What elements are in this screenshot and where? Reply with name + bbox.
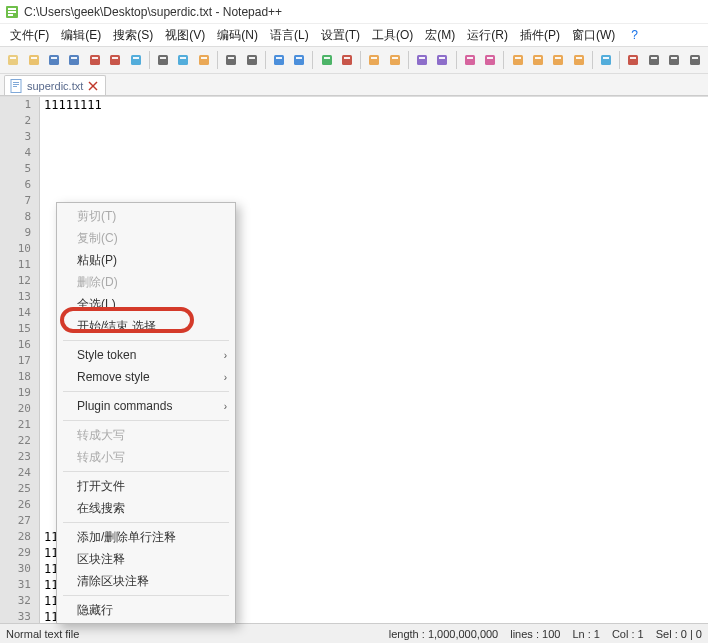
redo-icon[interactable] — [242, 50, 260, 70]
copy-icon[interactable] — [174, 50, 192, 70]
svg-rect-38 — [390, 55, 400, 65]
svg-rect-42 — [437, 55, 447, 65]
context-menu-item[interactable]: Plugin commands› — [57, 395, 235, 417]
record-icon[interactable] — [624, 50, 642, 70]
status-lines: lines : 100 — [510, 628, 560, 640]
line-number: 17 — [0, 353, 39, 369]
editor-line — [40, 161, 708, 177]
chevron-right-icon: › — [224, 350, 227, 361]
doc-map-icon[interactable] — [529, 50, 547, 70]
menu-item[interactable]: 编码(N) — [211, 25, 264, 46]
menu-item[interactable]: 语言(L) — [264, 25, 315, 46]
svg-rect-5 — [10, 57, 16, 59]
svg-rect-21 — [180, 57, 186, 59]
context-menu-item: 复制(C) — [57, 227, 235, 249]
context-menu-item-label: 区块注释 — [77, 551, 125, 568]
tab-close-icon[interactable] — [87, 80, 99, 92]
menu-item[interactable]: 宏(M) — [419, 25, 461, 46]
line-number: 16 — [0, 337, 39, 353]
undo-icon[interactable] — [222, 50, 240, 70]
context-menu-item[interactable]: 粘贴(P) — [57, 249, 235, 271]
context-menu-item[interactable]: 隐藏行 — [57, 599, 235, 621]
line-number: 24 — [0, 465, 39, 481]
folder-tree-icon[interactable] — [508, 50, 526, 70]
context-menu-item-label: 全选(L) — [77, 296, 116, 313]
cut-icon[interactable] — [154, 50, 172, 70]
file-tab[interactable]: superdic.txt — [4, 75, 106, 95]
line-number: 32 — [0, 593, 39, 609]
svg-rect-30 — [294, 55, 304, 65]
svg-rect-50 — [533, 55, 543, 65]
menu-item[interactable]: ? — [625, 26, 644, 44]
zoom-out-icon[interactable] — [338, 50, 356, 70]
svg-rect-45 — [467, 57, 473, 59]
menu-item[interactable]: 窗口(W) — [566, 25, 621, 46]
svg-rect-28 — [274, 55, 284, 65]
context-menu-item[interactable]: 区块注释 — [57, 548, 235, 570]
menu-item[interactable]: 工具(O) — [366, 25, 419, 46]
menu-item[interactable]: 文件(F) — [4, 25, 55, 46]
chevron-right-icon: › — [224, 372, 227, 383]
save-icon[interactable] — [45, 50, 63, 70]
svg-rect-47 — [487, 57, 493, 59]
svg-rect-53 — [555, 57, 561, 59]
save-all-icon[interactable] — [65, 50, 83, 70]
close-icon[interactable] — [86, 50, 104, 70]
svg-rect-64 — [690, 55, 700, 65]
context-menu-item[interactable]: 全选(L) — [57, 293, 235, 315]
menu-item[interactable]: 搜索(S) — [107, 25, 159, 46]
menu-item[interactable]: 运行(R) — [461, 25, 514, 46]
play-multi-icon[interactable] — [685, 50, 703, 70]
svg-rect-27 — [249, 57, 255, 59]
zoom-in-icon[interactable] — [317, 50, 335, 70]
context-menu-item[interactable]: 打开文件 — [57, 475, 235, 497]
close-all-icon[interactable] — [106, 50, 124, 70]
line-number: 5 — [0, 161, 39, 177]
func-list-icon[interactable] — [549, 50, 567, 70]
menu-item[interactable]: 设置(T) — [315, 25, 366, 46]
svg-rect-34 — [342, 55, 352, 65]
context-menu-item[interactable]: 在线搜索 — [57, 497, 235, 519]
menu-item[interactable]: 视图(V) — [159, 25, 211, 46]
doc-switcher-icon[interactable] — [570, 50, 588, 70]
replace-icon[interactable] — [290, 50, 308, 70]
editor-line — [40, 145, 708, 161]
menu-item[interactable]: 编辑(E) — [55, 25, 107, 46]
play-icon[interactable] — [665, 50, 683, 70]
status-sel: Sel : 0 | 0 — [656, 628, 702, 640]
print-icon[interactable] — [126, 50, 144, 70]
menu-item[interactable]: 插件(P) — [514, 25, 566, 46]
toolbar-divider — [360, 51, 361, 69]
sync-v-icon[interactable] — [365, 50, 383, 70]
context-menu-item[interactable]: Style token› — [57, 344, 235, 366]
stop-record-icon[interactable] — [645, 50, 663, 70]
svg-rect-60 — [649, 55, 659, 65]
context-menu-item-label: 打开文件 — [77, 478, 125, 495]
indent-guide-icon[interactable] — [461, 50, 479, 70]
paste-icon[interactable] — [195, 50, 213, 70]
line-number: 28 — [0, 529, 39, 545]
svg-rect-15 — [112, 57, 118, 59]
svg-rect-20 — [178, 55, 188, 65]
context-menu-item[interactable]: 清除区块注释 — [57, 570, 235, 592]
context-menu-item[interactable]: Remove style› — [57, 366, 235, 388]
show-all-chars-icon[interactable] — [433, 50, 451, 70]
svg-rect-51 — [535, 57, 541, 59]
new-file-icon[interactable] — [4, 50, 22, 70]
context-menu-item[interactable]: 添加/删除单行注释 — [57, 526, 235, 548]
status-length: length : 1,000,000,000 — [389, 628, 498, 640]
toolbar-divider — [149, 51, 150, 69]
svg-rect-37 — [371, 57, 377, 59]
monitor-icon[interactable] — [597, 50, 615, 70]
wrap-icon[interactable] — [413, 50, 431, 70]
toolbar-divider — [592, 51, 593, 69]
line-number: 7 — [0, 193, 39, 209]
svg-rect-62 — [669, 55, 679, 65]
indent-guide2-icon[interactable] — [481, 50, 499, 70]
line-number: 19 — [0, 385, 39, 401]
open-file-icon[interactable] — [24, 50, 42, 70]
find-icon[interactable] — [270, 50, 288, 70]
context-menu-item[interactable]: 开始/结束 选择 — [57, 315, 235, 337]
sync-h-icon[interactable] — [386, 50, 404, 70]
svg-rect-61 — [651, 57, 657, 59]
